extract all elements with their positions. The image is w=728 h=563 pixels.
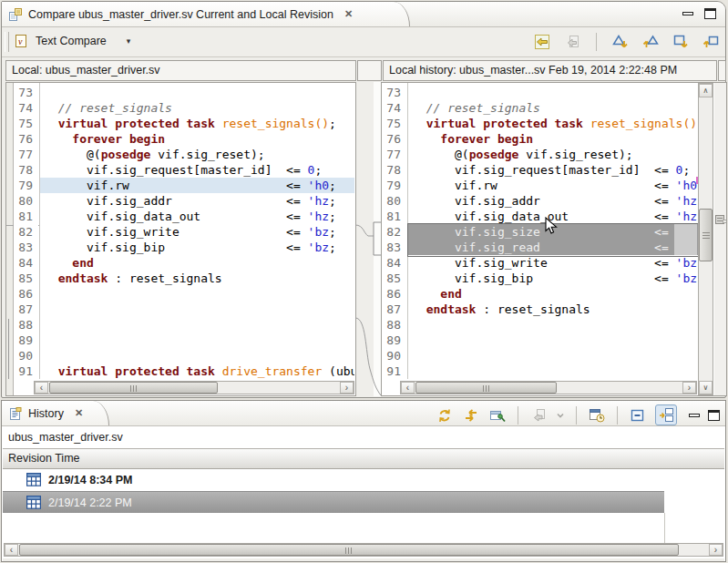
scroll-left-icon[interactable]: ‹	[5, 544, 18, 556]
code-line[interactable]: vif.rw <= 'h0;	[408, 178, 699, 193]
left-hscroll-thumb[interactable]	[49, 382, 218, 394]
code-line[interactable]: endtask : reset_signals	[40, 271, 354, 286]
code-line[interactable]	[408, 363, 699, 379]
group-by-date-button[interactable]	[588, 406, 606, 425]
code-line[interactable]	[408, 333, 699, 348]
code-line[interactable]: // reset_signals	[40, 100, 354, 116]
diff-block-tail	[674, 224, 697, 255]
code-line[interactable]: vif.sig_size <= 'bz;	[408, 224, 699, 240]
left-code-rows: // reset_signals virtual protected task …	[39, 83, 354, 379]
scroll-down-icon[interactable]: ∨	[699, 381, 713, 394]
code-line[interactable]: @(posedge vif.sig_reset);	[40, 147, 354, 162]
editor-tab-bar: Compare ubus_master_driver.sv Current an…	[2, 2, 725, 27]
history-horizontal-scrollbar[interactable]: ‹ ›	[4, 543, 723, 557]
scroll-left-icon[interactable]: ‹	[35, 382, 48, 394]
compare-mode-toggle-button[interactable]	[655, 404, 677, 425]
chevron-down-icon[interactable]	[556, 411, 565, 420]
scroll-right-icon[interactable]: ›	[340, 382, 354, 394]
code-line[interactable]	[40, 302, 354, 317]
editor-tab-title: Compare ubus_master_driver.sv Current an…	[28, 8, 333, 21]
previous-difference-button[interactable]	[641, 33, 660, 51]
link-with-editor-button[interactable]	[462, 406, 480, 425]
compare-toolbar: v Text Compare ▾	[2, 26, 725, 57]
code-line[interactable]	[408, 317, 699, 333]
collapse-all-button[interactable]	[629, 406, 647, 425]
code-line[interactable]: endtask : reset_signals	[408, 302, 699, 317]
editor-maximize-button[interactable]	[704, 8, 716, 19]
line-number: 73	[382, 85, 406, 100]
code-line[interactable]: vif.sig_bip <= 'bz;	[40, 240, 354, 255]
history-rows: 2/19/14 8:34 PM 2/19/14 2:22 PM	[3, 469, 724, 513]
code-line[interactable]: vif.sig_write <= 'bz;	[408, 255, 699, 271]
next-difference-button[interactable]	[611, 33, 630, 51]
pin-view-button[interactable]	[488, 406, 507, 425]
right-vscroll-thumb[interactable]	[699, 209, 713, 261]
code-line[interactable]: @(posedge vif.sig_reset);	[408, 147, 699, 162]
scroll-right-icon[interactable]: ›	[682, 382, 696, 394]
code-line[interactable]: vif.sig_addr <= 'hz;	[40, 193, 354, 209]
code-line[interactable]: vif.sig_request[master_id] <= 0;	[408, 162, 699, 178]
line-number: 87	[14, 302, 38, 317]
toolbar-separator	[518, 406, 518, 425]
code-line[interactable]: vif.sig_data_out <= 'hz;	[408, 209, 699, 224]
left-gutter: 73747576777879808182838485868788899091	[14, 83, 38, 383]
next-change-button[interactable]	[672, 33, 690, 51]
code-line[interactable]	[40, 85, 354, 100]
copy-current-change-right-to-left-button[interactable]	[563, 33, 581, 51]
scroll-up-icon[interactable]: ∧	[699, 84, 713, 97]
line-number: 75	[14, 116, 38, 131]
right-vertical-scrollbar[interactable]: ∧ ∨	[698, 83, 713, 395]
code-line[interactable]: end	[408, 286, 699, 302]
revision-time-column-header[interactable]: Revision Time	[3, 448, 724, 469]
workbench: Compare ubus_master_driver.sv Current an…	[0, 0, 728, 563]
history-row[interactable]: 2/19/14 8:34 PM	[3, 469, 724, 491]
history-maximize-button[interactable]	[708, 410, 720, 421]
code-line[interactable]: virtual protected task reset_signals();	[408, 116, 699, 131]
history-hscroll-thumb[interactable]	[19, 544, 679, 556]
right-horizontal-scrollbar[interactable]: ‹ ›	[400, 381, 697, 394]
line-number: 86	[14, 286, 38, 302]
code-line[interactable]	[408, 85, 699, 100]
line-number: 87	[382, 302, 406, 317]
history-minimize-button[interactable]	[689, 414, 700, 417]
code-line[interactable]: vif.sig_request[master_id] <= 0;	[40, 162, 354, 178]
code-line[interactable]: vif.sig_bip <= 'bz;	[408, 271, 699, 286]
code-line[interactable]	[40, 317, 354, 333]
line-number: 89	[382, 333, 406, 348]
code-line[interactable]: forever begin	[408, 131, 699, 147]
toolbar-separator	[617, 406, 618, 425]
code-line[interactable]	[40, 333, 354, 348]
line-number: 77	[382, 147, 406, 162]
compare-mode-selector[interactable]: v Text Compare ▾	[14, 34, 130, 48]
code-line[interactable]: // reset_signals	[408, 100, 699, 116]
refresh-button[interactable]	[436, 406, 454, 425]
code-line[interactable]: vif.sig_read <= 'bz;	[408, 240, 699, 255]
history-tab[interactable]: History ✕	[2, 401, 109, 425]
chevron-down-icon[interactable]: ▾	[127, 36, 131, 46]
code-line[interactable]	[40, 348, 354, 363]
left-horizontal-scrollbar[interactable]: ‹ ›	[34, 381, 354, 394]
code-line[interactable]: forever begin	[40, 131, 354, 147]
code-line[interactable]: vif.sig_data_out <= 'hz;	[40, 209, 354, 224]
copy-all-right-to-left-button[interactable]	[533, 33, 551, 51]
line-number: 89	[14, 333, 38, 348]
right-hscroll-thumb[interactable]	[415, 382, 557, 394]
code-line[interactable]: virtual protected task reset_signals();	[40, 116, 354, 131]
code-line[interactable]: vif.rw <= 'h0;	[40, 178, 354, 193]
scroll-left-icon[interactable]: ‹	[401, 382, 415, 394]
previous-change-button[interactable]	[702, 33, 720, 51]
scroll-right-icon[interactable]: ›	[709, 544, 723, 556]
code-line[interactable]: virtual protected task drive_transfer (u…	[40, 363, 354, 379]
editor-minimize-button[interactable]	[682, 12, 693, 15]
editor-tab-close-icon[interactable]: ✕	[344, 8, 353, 20]
history-row[interactable]: 2/19/14 2:22 PM	[3, 491, 664, 513]
code-line[interactable]	[408, 348, 699, 363]
code-line[interactable]	[40, 286, 354, 302]
compare-mode-disabled-button[interactable]	[529, 406, 548, 425]
code-line[interactable]: end	[40, 255, 354, 271]
diff-connector-strip	[355, 82, 381, 396]
code-line[interactable]: vif.sig_addr <= 'hz;	[408, 193, 699, 209]
compare-editor-tab[interactable]: Compare ubus_master_driver.sv Current an…	[2, 2, 410, 26]
history-tab-close-icon[interactable]: ✕	[75, 407, 83, 419]
code-line[interactable]: vif.sig_write <= 'bz;	[40, 224, 354, 240]
